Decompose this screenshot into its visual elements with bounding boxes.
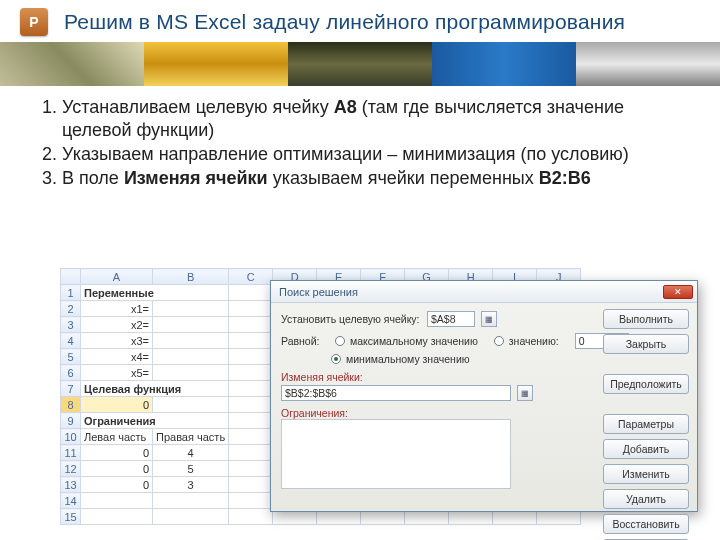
equal-label: Равной: xyxy=(281,335,329,347)
row-header[interactable]: 2 xyxy=(61,301,81,317)
step-1: Устанавливаем целевую ячейку A8 (там где… xyxy=(62,96,672,142)
radio-min[interactable]: минимальному значению xyxy=(331,353,470,365)
cell[interactable]: 5 xyxy=(153,461,229,477)
target-cell-label: Установить целевую ячейку: xyxy=(281,313,421,325)
constraints-listbox[interactable] xyxy=(281,419,511,489)
cell[interactable] xyxy=(81,509,153,525)
row-header[interactable]: 10 xyxy=(61,429,81,445)
excel-screenshot: A B C D E F G H I J 1Переменные 2x1= 3x2… xyxy=(60,268,700,526)
row-header[interactable]: 1 xyxy=(61,285,81,301)
changing-cells-input[interactable]: $B$2:$B$6 xyxy=(281,385,511,401)
dialog-title: Поиск решения xyxy=(279,286,358,298)
close-button[interactable]: Закрыть xyxy=(603,334,689,354)
decorative-banner xyxy=(0,42,720,86)
col-header-C[interactable]: C xyxy=(229,269,273,285)
step-3: В поле Изменяя ячейки указываем ячейки п… xyxy=(62,167,672,190)
cell[interactable] xyxy=(81,493,153,509)
instruction-list: Устанавливаем целевую ячейку A8 (там где… xyxy=(24,96,672,190)
row-header[interactable]: 12 xyxy=(61,461,81,477)
target-cell-input[interactable]: $A$8 xyxy=(427,311,475,327)
cell[interactable]: x2= xyxy=(81,317,153,333)
col-header-A[interactable]: A xyxy=(81,269,153,285)
run-button[interactable]: Выполнить xyxy=(603,309,689,329)
row-header[interactable]: 9 xyxy=(61,413,81,429)
row-header[interactable]: 7 xyxy=(61,381,81,397)
cell-target[interactable]: 0 xyxy=(81,397,153,413)
ref-picker-icon[interactable]: ▦ xyxy=(481,311,497,327)
row-header[interactable]: 8 xyxy=(61,397,81,413)
cell[interactable]: Целевая функция xyxy=(81,381,229,397)
ref-picker-icon[interactable]: ▦ xyxy=(517,385,533,401)
cell[interactable]: Переменные xyxy=(81,285,229,301)
cell[interactable]: x3= xyxy=(81,333,153,349)
cell[interactable]: Левая часть xyxy=(81,429,153,445)
row-header[interactable]: 3 xyxy=(61,317,81,333)
row-header[interactable]: 11 xyxy=(61,445,81,461)
row-header[interactable]: 6 xyxy=(61,365,81,381)
row-header[interactable]: 5 xyxy=(61,349,81,365)
radio-value[interactable]: значению: xyxy=(494,335,559,347)
slide-logo: P xyxy=(20,8,48,36)
cell[interactable]: 0 xyxy=(81,461,153,477)
cell[interactable]: 3 xyxy=(153,477,229,493)
add-button[interactable]: Добавить xyxy=(603,439,689,459)
corner-cell[interactable] xyxy=(61,269,81,285)
guess-button[interactable]: Предположить xyxy=(603,374,689,394)
cell[interactable]: Ограничения xyxy=(81,413,229,429)
row-header[interactable]: 14 xyxy=(61,493,81,509)
row-header[interactable]: 13 xyxy=(61,477,81,493)
row-header[interactable]: 4 xyxy=(61,333,81,349)
edit-button[interactable]: Изменить xyxy=(603,464,689,484)
col-header-B[interactable]: B xyxy=(153,269,229,285)
params-button[interactable]: Параметры xyxy=(603,414,689,434)
row-header[interactable]: 15 xyxy=(61,509,81,525)
restore-button[interactable]: Восстановить xyxy=(603,514,689,534)
cell[interactable]: x4= xyxy=(81,349,153,365)
step-2: Указываем направление оптимизации – мини… xyxy=(62,143,672,166)
cell[interactable]: 0 xyxy=(81,477,153,493)
solver-dialog: Поиск решения ✕ Установить целевую ячейк… xyxy=(270,280,698,512)
cell[interactable]: x5= xyxy=(81,365,153,381)
close-icon[interactable]: ✕ xyxy=(663,285,693,299)
radio-max[interactable]: максимальному значению xyxy=(335,335,478,347)
cell[interactable]: x1= xyxy=(81,301,153,317)
page-title: Решим в MS Excel задачу линейного програ… xyxy=(64,10,625,34)
cell[interactable]: Правая часть xyxy=(153,429,229,445)
cell[interactable]: 0 xyxy=(81,445,153,461)
delete-button[interactable]: Удалить xyxy=(603,489,689,509)
cell[interactable]: 4 xyxy=(153,445,229,461)
